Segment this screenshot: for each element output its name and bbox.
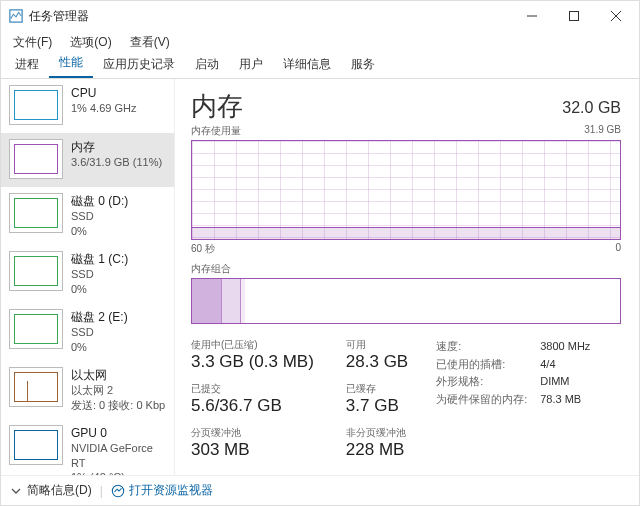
tab-app-history[interactable]: 应用历史记录 bbox=[93, 52, 185, 78]
menu-view[interactable]: 查看(V) bbox=[122, 32, 178, 53]
committed-key: 已提交 bbox=[191, 382, 314, 396]
tab-processes[interactable]: 进程 bbox=[5, 52, 49, 78]
usage-chart-max: 31.9 GB bbox=[584, 124, 621, 138]
disk1-title: 磁盘 1 (C:) bbox=[71, 251, 128, 267]
ethernet-sub2: 发送: 0 接收: 0 Kbp bbox=[71, 398, 165, 413]
gpu0-thumb bbox=[9, 425, 63, 465]
composition-chart bbox=[191, 278, 621, 324]
disk1-thumb bbox=[9, 251, 63, 291]
tab-startup[interactable]: 启动 bbox=[185, 52, 229, 78]
axis-right: 0 bbox=[615, 242, 621, 256]
disk2-sub2: 0% bbox=[71, 340, 128, 355]
sidebar-item-disk1[interactable]: 磁盘 1 (C:) SSD 0% bbox=[1, 245, 174, 303]
cached-val: 3.7 GB bbox=[346, 396, 408, 416]
gpu0-sub1: NVIDIA GeForce RT bbox=[71, 441, 166, 471]
axis-left: 60 秒 bbox=[191, 242, 215, 256]
sidebar: CPU 1% 4.69 GHz 内存 3.6/31.9 GB (11%) 磁盘 … bbox=[1, 79, 175, 475]
menubar: 文件(F) 选项(O) 查看(V) bbox=[1, 31, 639, 53]
ethernet-thumb bbox=[9, 367, 63, 407]
speed-k: 速度: bbox=[436, 338, 540, 356]
page-title: 内存 bbox=[191, 89, 243, 124]
paged-key: 分页缓冲池 bbox=[191, 426, 314, 440]
brief-info-link[interactable]: 简略信息(D) bbox=[27, 482, 92, 499]
form-k: 外形规格: bbox=[436, 373, 540, 391]
in-use-key: 使用中(已压缩) bbox=[191, 338, 314, 352]
memory-thumb bbox=[9, 139, 63, 179]
minimize-button[interactable] bbox=[511, 2, 553, 30]
close-button[interactable] bbox=[595, 2, 637, 30]
cpu-thumb bbox=[9, 85, 63, 125]
disk2-sub1: SSD bbox=[71, 325, 128, 340]
speed-v: 3800 MHz bbox=[540, 338, 590, 356]
footer: 简略信息(D) | 打开资源监视器 bbox=[1, 475, 639, 505]
available-key: 可用 bbox=[346, 338, 408, 352]
paged-val: 303 MB bbox=[191, 440, 314, 460]
committed-val: 5.6/36.7 GB bbox=[191, 396, 314, 416]
cpu-sub: 1% 4.69 GHz bbox=[71, 101, 136, 116]
disk0-sub2: 0% bbox=[71, 224, 128, 239]
app-icon bbox=[9, 9, 23, 23]
sidebar-item-gpu0[interactable]: GPU 0 NVIDIA GeForce RT 1% (42 °C) bbox=[1, 419, 174, 476]
slots-v: 4/4 bbox=[540, 356, 555, 374]
disk0-sub1: SSD bbox=[71, 209, 128, 224]
window-title: 任务管理器 bbox=[29, 8, 511, 25]
sidebar-item-cpu[interactable]: CPU 1% 4.69 GHz bbox=[1, 79, 174, 133]
ethernet-title: 以太网 bbox=[71, 367, 165, 383]
svg-point-5 bbox=[112, 485, 123, 496]
maximize-button[interactable] bbox=[553, 2, 595, 30]
sidebar-item-disk0[interactable]: 磁盘 0 (D:) SSD 0% bbox=[1, 187, 174, 245]
chevron-down-icon[interactable] bbox=[11, 486, 21, 496]
slots-k: 已使用的插槽: bbox=[436, 356, 540, 374]
sidebar-item-memory[interactable]: 内存 3.6/31.9 GB (11%) bbox=[1, 133, 174, 187]
reserved-k: 为硬件保留的内存: bbox=[436, 391, 540, 409]
nonpaged-val: 228 MB bbox=[346, 440, 408, 460]
monitor-icon bbox=[111, 484, 125, 498]
sidebar-item-disk2[interactable]: 磁盘 2 (E:) SSD 0% bbox=[1, 303, 174, 361]
disk2-title: 磁盘 2 (E:) bbox=[71, 309, 128, 325]
total-memory: 32.0 GB bbox=[562, 99, 621, 117]
gpu0-title: GPU 0 bbox=[71, 425, 166, 441]
disk1-sub2: 0% bbox=[71, 282, 128, 297]
in-use-val: 3.3 GB (0.3 MB) bbox=[191, 352, 314, 372]
open-resource-monitor-link[interactable]: 打开资源监视器 bbox=[111, 482, 213, 499]
composition-label: 内存组合 bbox=[191, 262, 621, 276]
disk1-sub1: SSD bbox=[71, 267, 128, 282]
window-controls bbox=[511, 2, 637, 30]
tab-services[interactable]: 服务 bbox=[341, 52, 385, 78]
sidebar-item-ethernet[interactable]: 以太网 以太网 2 发送: 0 接收: 0 Kbp bbox=[1, 361, 174, 419]
tab-performance[interactable]: 性能 bbox=[49, 50, 93, 78]
tab-users[interactable]: 用户 bbox=[229, 52, 273, 78]
memory-title: 内存 bbox=[71, 139, 162, 155]
available-val: 28.3 GB bbox=[346, 352, 408, 372]
disk2-thumb bbox=[9, 309, 63, 349]
reserved-v: 78.3 MB bbox=[540, 391, 581, 409]
ethernet-sub1: 以太网 2 bbox=[71, 383, 165, 398]
body: CPU 1% 4.69 GHz 内存 3.6/31.9 GB (11%) 磁盘 … bbox=[1, 79, 639, 475]
window-frame: 任务管理器 文件(F) 选项(O) 查看(V) 进程 性能 应用历史记录 启动 … bbox=[0, 0, 640, 506]
cpu-title: CPU bbox=[71, 85, 136, 101]
svg-rect-2 bbox=[570, 12, 579, 21]
nonpaged-key: 非分页缓冲池 bbox=[346, 426, 408, 440]
disk0-thumb bbox=[9, 193, 63, 233]
main-panel: 内存 32.0 GB 内存使用量 31.9 GB 60 秒 0 内存组合 bbox=[175, 79, 639, 475]
memory-sub: 3.6/31.9 GB (11%) bbox=[71, 155, 162, 170]
usage-chart-label: 内存使用量 bbox=[191, 124, 241, 138]
disk0-title: 磁盘 0 (D:) bbox=[71, 193, 128, 209]
tab-details[interactable]: 详细信息 bbox=[273, 52, 341, 78]
cached-key: 已缓存 bbox=[346, 382, 408, 396]
titlebar[interactable]: 任务管理器 bbox=[1, 1, 639, 31]
usage-chart bbox=[191, 140, 621, 240]
tabbar: 进程 性能 应用历史记录 启动 用户 详细信息 服务 bbox=[1, 53, 639, 79]
stats-area: 使用中(已压缩) 3.3 GB (0.3 MB) 可用 28.3 GB 已提交 … bbox=[191, 338, 621, 460]
form-v: DIMM bbox=[540, 373, 569, 391]
